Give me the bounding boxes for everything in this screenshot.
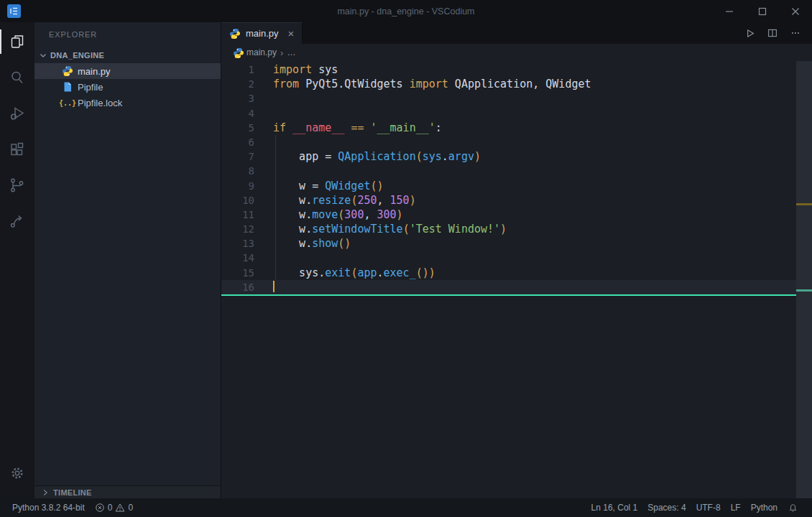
line-number[interactable]: 7 xyxy=(221,149,254,164)
file-label: Pipfile xyxy=(78,82,103,93)
code-line[interactable]: 15 sys.exit(app.exec_()) xyxy=(221,266,812,280)
line-number[interactable]: 6 xyxy=(221,135,254,149)
code-line[interactable]: 13 w.show() xyxy=(221,236,812,251)
code-token: ( xyxy=(416,150,423,163)
code-line[interactable]: 11 w.move(300, 300) xyxy=(221,208,812,222)
code-line[interactable]: 4 xyxy=(221,106,812,121)
line-number[interactable]: 8 xyxy=(221,164,254,178)
statusbar-python-interpreter[interactable]: Python 3.8.2 64-bit xyxy=(7,498,90,517)
tab-main-py[interactable]: main.py × xyxy=(221,22,303,44)
code-line[interactable]: 9 w = QWidget() xyxy=(221,179,812,193)
line-number[interactable]: 5 xyxy=(221,121,254,135)
timeline-section-label: TIMELINE xyxy=(53,488,92,497)
statusbar-language-mode[interactable]: Python xyxy=(746,503,783,513)
line-number[interactable]: 12 xyxy=(221,222,254,236)
line-number[interactable]: 16 xyxy=(221,280,254,294)
code-token: , xyxy=(364,208,377,221)
activitybar-explorer[interactable] xyxy=(0,24,34,60)
line-number[interactable]: 15 xyxy=(221,266,254,280)
editor-group: main.py × main.py › … 1import sys2from P… xyxy=(221,22,812,498)
line-number[interactable]: 11 xyxy=(221,208,254,222)
code-line[interactable]: 8 xyxy=(221,164,812,178)
editor-actions xyxy=(742,22,812,44)
code-token: () xyxy=(416,266,429,279)
code-token: exec_ xyxy=(384,266,416,279)
statusbar-eol[interactable]: LF xyxy=(726,503,746,513)
code-token: if xyxy=(273,121,286,134)
tab-label: main.py xyxy=(246,28,279,39)
title-bar: main.py - dna_engine - VSCodium xyxy=(0,0,812,22)
line-number[interactable]: 1 xyxy=(221,62,254,77)
tab-close-icon[interactable]: × xyxy=(288,28,295,39)
file-item-main-py[interactable]: main.py xyxy=(34,63,221,79)
code-token: ) xyxy=(474,150,481,163)
line-content: w = QWidget() xyxy=(273,179,812,193)
statusbar-indentation[interactable]: Spaces: 4 xyxy=(642,503,691,513)
statusbar-encoding[interactable]: UTF-8 xyxy=(691,503,726,513)
code-line[interactable]: 6 xyxy=(221,135,812,149)
minimize-button[interactable] xyxy=(713,0,746,22)
file-item-pipfile-lock[interactable]: {..}Pipfile.lock xyxy=(34,95,221,111)
code-line[interactable]: 10 w.resize(250, 150) xyxy=(221,193,812,208)
line-content: from PyQt5.QtWidgets import QApplication… xyxy=(273,77,812,91)
split-editor-button[interactable] xyxy=(765,25,780,41)
line-number[interactable]: 14 xyxy=(221,251,254,265)
code-editor[interactable]: 1import sys2from PyQt5.QtWidgets import … xyxy=(221,61,812,498)
activitybar-live-share[interactable] xyxy=(0,203,34,239)
code-line[interactable]: 14 xyxy=(221,251,812,265)
code-token: move xyxy=(312,208,338,221)
more-actions-button[interactable] xyxy=(788,25,803,41)
code-token: 300 xyxy=(377,208,397,221)
statusbar-label: LF xyxy=(731,503,741,513)
statusbar-cursor-position[interactable]: Ln 16, Col 1 xyxy=(586,503,643,513)
line-number[interactable]: 13 xyxy=(221,236,254,251)
line-content: w.setWindowTitle('Test Window!') xyxy=(273,222,812,236)
overview-ruler-scrollbar[interactable] xyxy=(796,61,812,498)
breadcrumb-file[interactable]: main.py xyxy=(246,47,277,57)
line-content: if __name__ == '__main__': xyxy=(273,121,812,135)
code-token: () xyxy=(338,237,351,250)
run-button[interactable] xyxy=(742,25,757,41)
code-token: == xyxy=(351,121,364,134)
source-control-icon xyxy=(9,177,26,194)
debug-icon xyxy=(9,105,26,122)
code-line[interactable]: 3 xyxy=(221,91,812,106)
code-token: __name__ xyxy=(292,121,344,134)
line-number[interactable]: 2 xyxy=(221,77,254,91)
activitybar-extensions[interactable] xyxy=(0,131,34,167)
activitybar-source-control[interactable] xyxy=(0,167,34,203)
gear-icon xyxy=(9,465,26,482)
timeline-section-header[interactable]: TIMELINE xyxy=(34,485,221,498)
statusbar-problems[interactable]: 00 xyxy=(90,498,138,517)
line-content: w.show() xyxy=(273,236,812,251)
close-button[interactable] xyxy=(779,0,812,22)
activitybar-search[interactable] xyxy=(0,60,34,96)
maximize-button[interactable] xyxy=(746,0,779,22)
code-line[interactable]: 1import sys xyxy=(221,62,812,77)
code-line[interactable]: 5if __name__ == '__main__': xyxy=(221,121,812,135)
line-number[interactable]: 9 xyxy=(221,179,254,193)
code-token: w xyxy=(273,194,305,207)
statusbar-notifications[interactable] xyxy=(783,503,803,513)
code-token: . xyxy=(305,237,312,250)
code-line[interactable]: 2from PyQt5.QtWidgets import QApplicatio… xyxy=(221,77,812,91)
code-token: 'Test Window!' xyxy=(410,223,500,236)
breadcrumb-more[interactable]: … xyxy=(287,47,295,57)
line-content: sys.exit(app.exec_()) xyxy=(273,266,812,280)
python-icon xyxy=(62,65,73,77)
code-token: import xyxy=(410,78,448,90)
line-content xyxy=(273,251,812,265)
line-number[interactable]: 10 xyxy=(221,193,254,208)
code-line[interactable]: 16 xyxy=(221,280,812,296)
code-token: ) xyxy=(397,208,403,221)
folder-section-header[interactable]: DNA_ENGINE xyxy=(34,47,221,63)
line-content: app = QApplication(sys.argv) xyxy=(273,149,812,164)
file-item-pipfile[interactable]: Pipfile xyxy=(34,79,221,95)
line-number[interactable]: 4 xyxy=(221,106,254,121)
activitybar-manage[interactable] xyxy=(0,455,34,491)
code-line[interactable]: 12 w.setWindowTitle('Test Window!') xyxy=(221,222,812,236)
code-token: argv xyxy=(448,150,474,163)
code-line[interactable]: 7 app = QApplication(sys.argv) xyxy=(221,149,812,164)
activitybar-run-and-debug[interactable] xyxy=(0,96,34,131)
line-number[interactable]: 3 xyxy=(221,91,254,106)
